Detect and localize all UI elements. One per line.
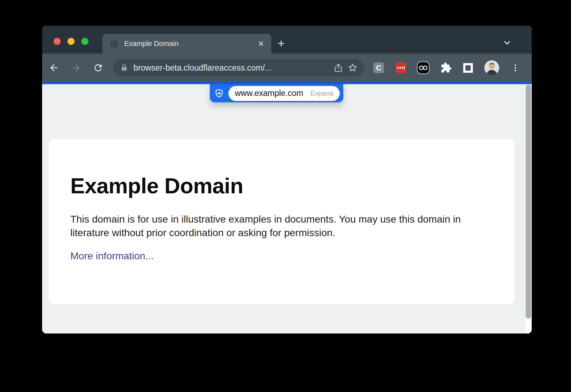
isolation-banner[interactable]: www.example.com Expand [210, 84, 343, 102]
more-information-link[interactable]: More information... [70, 250, 153, 262]
side-panel-icon[interactable] [463, 63, 473, 73]
page-viewport: www.example.com Expand Example Domain Th… [42, 84, 532, 334]
browser-window: Example Domain ✕ + [42, 26, 532, 334]
tab-search-chevron-icon[interactable] [502, 38, 512, 47]
url-text[interactable]: browser-beta.cloudflareaccess.com/... [133, 63, 331, 73]
browser-tab[interactable]: Example Domain ✕ [102, 34, 271, 54]
extensions-puzzle-icon[interactable] [440, 62, 452, 73]
extensions-area: C [373, 60, 520, 75]
new-tab-button[interactable]: + [275, 37, 288, 50]
isolation-banner-address: www.example.com Expand [228, 86, 340, 101]
scrollbar-thumb[interactable] [526, 85, 531, 319]
bookmark-star-icon[interactable] [345, 61, 360, 75]
reload-button[interactable] [91, 61, 105, 75]
extension-lastpass-icon[interactable] [395, 62, 406, 73]
expand-button[interactable]: Expand [310, 90, 333, 97]
desktop-background: Example Domain ✕ + [0, 0, 571, 392]
forward-button[interactable] [69, 61, 83, 75]
address-bar[interactable]: browser-beta.cloudflareaccess.com/... [113, 59, 364, 76]
isolated-hostname: www.example.com [235, 88, 303, 98]
tab-close-icon[interactable]: ✕ [258, 40, 264, 47]
example-domain-card: Example Domain This domain is for use in… [49, 139, 514, 304]
extension-two-circles-icon[interactable] [418, 62, 429, 73]
tab-strip: Example Domain ✕ + [42, 26, 532, 54]
minimize-window-button[interactable] [67, 38, 75, 45]
scrollbar-track [526, 84, 531, 334]
back-button[interactable] [47, 61, 61, 75]
page-paragraph: This domain is for use in illustrative e… [70, 213, 482, 240]
page-title: Example Domain [70, 173, 493, 198]
globe-favicon-icon [110, 39, 119, 49]
tab-title: Example Domain [124, 40, 258, 48]
extension-c-icon[interactable]: C [373, 62, 384, 73]
shield-arrow-icon [214, 88, 224, 98]
browser-toolbar: browser-beta.cloudflareaccess.com/... C [42, 54, 532, 82]
menu-dots-icon[interactable] [511, 63, 520, 72]
close-window-button[interactable] [54, 38, 61, 45]
window-controls [54, 38, 89, 45]
lock-icon[interactable] [120, 63, 128, 72]
share-icon[interactable] [331, 61, 345, 75]
profile-avatar[interactable] [484, 60, 499, 75]
zoom-window-button[interactable] [81, 38, 89, 45]
